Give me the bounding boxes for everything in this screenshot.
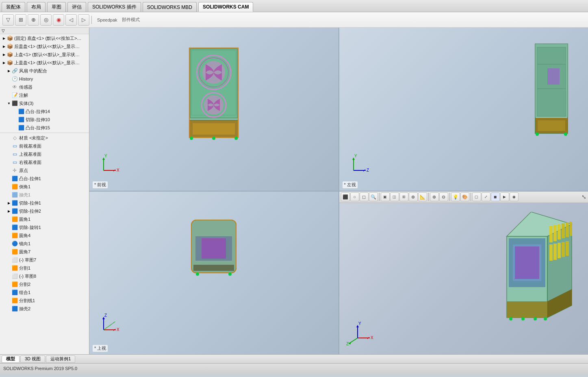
icon-material: ◇ (11, 135, 18, 141)
iso-btn-zoom-out[interactable]: ⊖ (439, 192, 448, 201)
svg-point-12 (212, 137, 215, 140)
tree-item-origin[interactable]: ▶ ✛ 原点 (0, 166, 89, 174)
label-shell1: 抽壳1 (19, 192, 30, 198)
tree-item-right-plane[interactable]: ▶ ▭ 右视基准面 (0, 158, 89, 166)
tree-item-cut-ext10[interactable]: ▶ 🟦 切除-拉伸10 (0, 115, 89, 124)
icon-top-plane: ▭ (11, 151, 18, 157)
tree-item-shell2[interactable]: ▶ 🟦 抽壳2 (0, 305, 89, 313)
label-chamfer1: 倒角1 (19, 184, 30, 190)
tree-item-fillet1[interactable]: ▶ 🟧 圆角1 (0, 215, 89, 223)
tree-item-split-line1[interactable]: ▶ 🟧 分割线1 (0, 296, 89, 305)
iso-btn-render[interactable]: 🎨 (460, 192, 469, 201)
iso-btn-view4[interactable]: ⊕ (409, 192, 418, 201)
tree-item-chamfer1[interactable]: ▶ 🟧 倒角1 (0, 183, 89, 191)
icon-cut-ext2: 🟦 (11, 208, 18, 214)
toolbar-next-icon[interactable]: ▷ (78, 14, 89, 26)
tree-item-material[interactable]: ▶ ◇ 材质 <未指定> (0, 134, 89, 142)
tree-item-boss-ext15[interactable]: ▶ 🟦 凸台-拉伸15 (0, 124, 89, 132)
tree-item-sensor[interactable]: ▶ 👁 传感器 (0, 83, 89, 91)
icon-history: 🕐 (11, 76, 18, 82)
tree-item-fillet7[interactable]: ▶ 🟧 圆角7 (0, 248, 89, 256)
iso-btn-view2[interactable]: ◫ (390, 192, 399, 201)
viewport-area[interactable]: Y X * 前视 (89, 28, 588, 354)
tree-item-fan-mates[interactable]: ▶ 🔗 风扇 中的配合 (0, 67, 89, 75)
tab-assemble[interactable]: 装配体 (2, 2, 25, 12)
tree-item-solid3[interactable]: ▼ ⬛ 实体(3) (0, 99, 89, 107)
label-fixed-bottom: (固定) 底盘<1> (默认<<按加工>… (14, 35, 81, 41)
iso-btn-measure[interactable]: 📐 (418, 192, 427, 201)
toolbar-color-icon[interactable]: ◉ (53, 14, 64, 26)
toolbar-sep1 (91, 16, 92, 24)
iso-btn-cube[interactable]: ⬛ (341, 192, 350, 201)
bottom-tab-3dview[interactable]: 3D 视图 (20, 355, 45, 363)
iso-btn-edges[interactable]: ◻ (360, 192, 369, 201)
icon-top-plate: 📦 (7, 51, 13, 58)
arrow-solid3: ▼ (7, 101, 11, 106)
tree-item-split1[interactable]: ▶ 🟧 分割1 (0, 264, 89, 272)
tree-item-sketch7[interactable]: ▶ ⬜ (-) 草图7 (0, 256, 89, 264)
toolbar-target-icon[interactable]: ◎ (40, 14, 52, 26)
iso-btn-arrow[interactable]: ⤢ (482, 192, 490, 201)
tree-item-fillet4[interactable]: ▶ 🟧 圆角4 (0, 231, 89, 240)
svg-text:X: X (371, 336, 373, 340)
bottom-tab-motion1[interactable]: 运动算例1 (46, 355, 75, 363)
viewport-iso[interactable]: ⬛ ○ ◻ 🔍 ▣ ◫ ⊞ ⊕ 📐 ⊕ ⊖ 💡 🎨 ▢ ⤢ ◼ (339, 192, 588, 355)
toolbar-prev-icon[interactable]: ◁ (65, 14, 77, 26)
iso-btn-color3[interactable]: ◉ (510, 192, 519, 201)
tree-item-top-plate[interactable]: ▶ 📦 上盘<1> (默认<<默认>_显示状… (0, 50, 89, 59)
viewport-front[interactable]: Y X * 前视 (89, 28, 338, 191)
tree-item-history[interactable]: ▶ 🕐 History (0, 75, 89, 83)
tree-item-shell1[interactable]: ▶ 🟦 抽壳1 (0, 191, 89, 199)
bottom-tab-model[interactable]: 模型 (2, 355, 20, 363)
tree-item-cut-rot1[interactable]: ▶ 🟦 切除-旋转1 (0, 223, 89, 231)
tree-item-top-plane[interactable]: ▶ ▭ 上视基准面 (0, 150, 89, 158)
label-cut-rot1: 切除-旋转1 (19, 224, 41, 231)
iso-btn-search[interactable]: 🔍 (369, 192, 378, 201)
label-boss-ext1: 凸台-拉伸1 (19, 176, 41, 182)
iso-btn-view3[interactable]: ⊞ (399, 192, 408, 201)
tab-sketch[interactable]: 草图 (47, 2, 66, 12)
label-history: History (19, 76, 33, 81)
icon-boss-ext14: 🟦 (18, 108, 24, 115)
icon-sketch7: ⬜ (11, 257, 18, 263)
tree-item-boss-ext14[interactable]: ▶ 🟦 凸台-拉伸14 (0, 107, 89, 115)
tree-item-boss-ext1[interactable]: ▶ 🟦 凸台-拉伸1 (0, 174, 89, 183)
tab-sw-mbd[interactable]: SOLIDWORKS MBD (143, 2, 197, 12)
icon-cut-rot1: 🟦 (11, 224, 18, 231)
iso-btn-color1[interactable]: ◼ (491, 192, 500, 201)
tree-item-sketch8[interactable]: ▶ ⬜ (-) 草图8 (0, 272, 89, 280)
toolbar-filter-icon[interactable]: ▽ (2, 14, 14, 26)
tree-item-cut-ext2[interactable]: ▶ 🟦 切除-拉伸2 (0, 207, 89, 215)
tree-item-front-plane[interactable]: ▶ ▭ 前视基准面 (0, 142, 89, 150)
label-mirror1: 镜向1 (19, 241, 30, 247)
iso-btn-light[interactable]: 💡 (451, 192, 460, 201)
iso-btn-sep1 (379, 193, 380, 201)
viewport-left[interactable]: Y Z * 左视 (339, 28, 588, 191)
iso-btn-expand[interactable]: ⤡ (581, 194, 586, 200)
iso-btn-sphere[interactable]: ○ (350, 192, 359, 201)
tab-sw-plugin[interactable]: SOLIDWORKS 插件 (88, 2, 141, 12)
toolbar-component-icon[interactable]: ⊕ (28, 14, 39, 26)
iso-btn-color2[interactable]: ▶ (500, 192, 509, 201)
svg-rect-59 (570, 222, 572, 236)
tree-item-mirror1[interactable]: ▶ 🔵 镜向1 (0, 240, 89, 248)
tree-item-back-cover[interactable]: ▶ 📦 后盖盘<1> (默认<<默认>_显示… (0, 42, 89, 50)
iso-btn-view1[interactable]: ▣ (381, 192, 390, 201)
tab-sw-cam[interactable]: SOLIDWORKS CAM (198, 2, 253, 12)
toolbar-grid-icon[interactable]: ⊞ (15, 14, 26, 26)
label-origin: 原点 (19, 168, 28, 174)
iso-btn-box[interactable]: ▢ (472, 192, 481, 201)
label-cut-ext2: 切除-拉伸2 (19, 208, 41, 214)
tree-item-cut-ext1[interactable]: ▶ 🟦 切除-拉伸1 (0, 199, 89, 207)
tree-item-top-plate2[interactable]: ▶ 📦 上盖盘<1> (默认<<默认>_显示… (0, 59, 89, 67)
tab-evaluate[interactable]: 评估 (67, 2, 86, 12)
tree-item-combine1[interactable]: ▶ 🟦 组合1 (0, 288, 89, 296)
iso-btn-zoom-in[interactable]: ⊕ (430, 192, 439, 201)
tab-layout[interactable]: 布局 (27, 2, 46, 12)
arrow-top-plate2: ▶ (2, 60, 7, 65)
svg-rect-61 (553, 244, 557, 260)
viewport-top[interactable]: X Z * 上视 (89, 192, 338, 355)
tree-item-split2[interactable]: ▶ 🟧 分割2 (0, 280, 89, 288)
tree-item-annotation[interactable]: ▶ 📝 注解 (0, 91, 89, 99)
tree-item-fixed-bottom[interactable]: ▶ 📦 (固定) 底盘<1> (默认<<按加工>… (0, 34, 89, 42)
